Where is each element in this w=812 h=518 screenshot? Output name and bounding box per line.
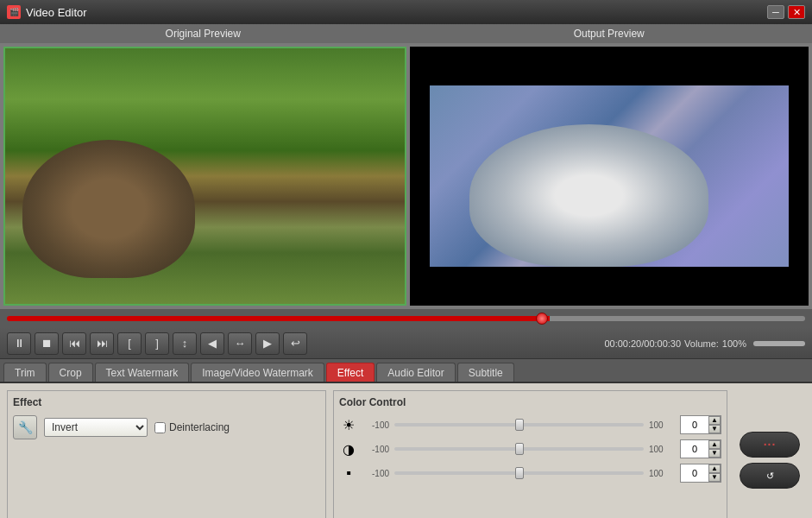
brightness-slider-container[interactable] bbox=[394, 417, 644, 433]
volume-slider[interactable] bbox=[753, 341, 805, 346]
original-preview-label: Original Preview bbox=[0, 24, 406, 43]
contrast-up[interactable]: ▲ bbox=[708, 440, 721, 449]
minimize-button[interactable]: ─ bbox=[767, 5, 784, 19]
contrast-value[interactable] bbox=[681, 440, 708, 458]
original-image bbox=[5, 48, 405, 304]
dots-icon: ··· bbox=[764, 438, 777, 452]
reset-button[interactable]: ↺ bbox=[740, 463, 800, 489]
tab-crop[interactable]: Crop bbox=[48, 363, 93, 382]
side-buttons: ··· ↺ bbox=[734, 390, 805, 518]
saturation-down[interactable]: ▼ bbox=[708, 473, 721, 482]
color-control-title: Color Control bbox=[339, 396, 721, 408]
tabs-bar: Trim Crop Text Watermark Image/Video Wat… bbox=[0, 359, 812, 383]
output-image bbox=[410, 47, 809, 306]
tab-image-watermark[interactable]: Image/Video Watermark bbox=[191, 363, 324, 382]
preview-area: Original Preview Output Preview bbox=[0, 24, 812, 309]
tab-text-watermark[interactable]: Text Watermark bbox=[95, 363, 190, 382]
deinterlacing-row: Deinterlacing bbox=[154, 421, 230, 433]
mark-out-button[interactable]: ] bbox=[145, 332, 169, 355]
next-frame-button[interactable]: ⏭ bbox=[90, 332, 114, 355]
mark-in-button[interactable]: [ bbox=[117, 332, 142, 355]
contrast-down[interactable]: ▼ bbox=[708, 449, 721, 458]
contrast-icon: ◑ bbox=[339, 441, 358, 458]
saturation-spinner: ▲ ▼ bbox=[680, 464, 721, 483]
contrast-max: 100 bbox=[649, 445, 675, 454]
reset-icon: ↺ bbox=[766, 471, 774, 482]
time-display: 00:00:20/00:00:30 bbox=[604, 338, 681, 349]
tab-effect[interactable]: Effect bbox=[326, 363, 375, 382]
tab-subtitle[interactable]: Subtitle bbox=[457, 363, 514, 382]
deinterlacing-label: Deinterlacing bbox=[169, 421, 230, 433]
deinterlacing-checkbox[interactable] bbox=[154, 422, 166, 433]
prev-frame-button[interactable]: ⏮ bbox=[62, 332, 86, 355]
saturation-row: ▪ -100 100 ▲ ▼ bbox=[339, 464, 721, 483]
tab-audio-editor[interactable]: Audio Editor bbox=[376, 363, 455, 382]
main-content: Effect 🔧 Invert None Grayscale Sepia Blu… bbox=[0, 383, 812, 518]
output-preview-panel bbox=[410, 47, 809, 306]
brightness-icon: ☀ bbox=[339, 417, 358, 433]
contrast-thumb[interactable] bbox=[515, 443, 524, 455]
close-button[interactable]: ✕ bbox=[788, 5, 805, 19]
saturation-thumb[interactable] bbox=[515, 467, 524, 479]
volume-value: 100% bbox=[722, 338, 746, 349]
window-title: Video Editor bbox=[26, 6, 87, 19]
brightness-up[interactable]: ▲ bbox=[708, 416, 721, 425]
brightness-spinner: ▲ ▼ bbox=[680, 415, 721, 434]
brightness-min: -100 bbox=[363, 420, 389, 430]
saturation-track bbox=[394, 471, 644, 475]
title-bar: 🎬 Video Editor ─ ✕ bbox=[0, 0, 812, 24]
contrast-row: ◑ -100 100 ▲ ▼ bbox=[339, 439, 721, 458]
contrast-slider-container[interactable] bbox=[394, 441, 644, 457]
rewind-button[interactable]: ◀ bbox=[200, 332, 224, 355]
output-animal-layer bbox=[469, 124, 709, 267]
transport-bar: ⏸ ⏹ ⏮ ⏭ [ ] ↕ ◀ ↔ ▶ ↩ 00:00:20/00:00:30 … bbox=[0, 328, 812, 359]
brightness-row: ☀ -100 100 ▲ ▼ bbox=[339, 415, 721, 434]
tab-trim[interactable]: Trim bbox=[3, 363, 47, 382]
saturation-icon: ▪ bbox=[339, 465, 358, 481]
color-control-panel: Color Control ☀ -100 100 ▲ ▼ bbox=[333, 390, 727, 518]
effect-panel: Effect 🔧 Invert None Grayscale Sepia Blu… bbox=[7, 390, 326, 518]
flip-h-button[interactable]: ↔ bbox=[228, 332, 252, 355]
scrubber-track[interactable] bbox=[7, 316, 805, 321]
saturation-up[interactable]: ▲ bbox=[708, 464, 721, 473]
brightness-down[interactable]: ▼ bbox=[708, 425, 721, 433]
saturation-max: 100 bbox=[649, 469, 675, 478]
pause-button[interactable]: ⏸ bbox=[7, 332, 31, 355]
effect-icon: 🔧 bbox=[13, 415, 37, 439]
brightness-max: 100 bbox=[649, 420, 675, 430]
saturation-slider-container[interactable] bbox=[394, 465, 644, 481]
effect-panel-title: Effect bbox=[13, 396, 320, 408]
stop-button[interactable]: ⏹ bbox=[35, 332, 59, 355]
original-preview-panel bbox=[3, 47, 406, 306]
app-icon: 🎬 bbox=[7, 5, 21, 19]
flip-v-button[interactable]: ↕ bbox=[173, 332, 197, 355]
contrast-spinner: ▲ ▼ bbox=[680, 439, 721, 458]
saturation-min: -100 bbox=[363, 469, 389, 478]
brightness-thumb[interactable] bbox=[515, 419, 524, 431]
undo-button[interactable]: ↩ bbox=[283, 332, 307, 355]
fast-forward-button[interactable]: ▶ bbox=[255, 332, 280, 355]
brightness-track bbox=[394, 423, 644, 426]
contrast-track bbox=[394, 447, 644, 451]
saturation-value[interactable] bbox=[681, 464, 708, 482]
volume-label: Volume: bbox=[684, 338, 719, 349]
scrubber-thumb[interactable] bbox=[536, 313, 548, 325]
effect-settings-button[interactable]: ··· bbox=[740, 432, 800, 458]
output-preview-label: Output Preview bbox=[406, 24, 813, 43]
brightness-value[interactable] bbox=[681, 416, 708, 433]
scrubber-area[interactable] bbox=[0, 309, 812, 328]
contrast-min: -100 bbox=[363, 445, 389, 454]
effect-dropdown[interactable]: Invert None Grayscale Sepia Blur bbox=[44, 418, 148, 437]
original-animal-overlay bbox=[22, 140, 195, 278]
